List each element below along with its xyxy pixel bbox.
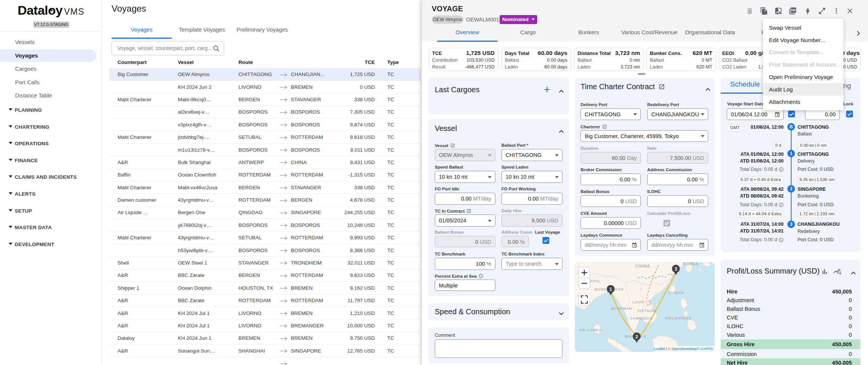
svg-text:SRI LANKA: SRI LANKA — [579, 328, 602, 332]
svg-text:KOREA: KOREA — [683, 262, 698, 266]
svg-text:TAIWAN: TAIWAN — [668, 290, 684, 295]
svg-text:3: 3 — [675, 266, 677, 272]
svg-text:1: 1 — [610, 287, 612, 292]
svg-text:Leaflet | © OpenStreetMap© CAR: Leaflet | © OpenStreetMap© CARTO — [654, 347, 713, 351]
svg-text:MYANMAR: MYANMAR — [611, 306, 632, 310]
svg-text:EPAL: EPAL — [590, 279, 601, 283]
svg-text:CHINA: CHINA — [635, 264, 650, 268]
svg-text:CAMBODIA: CAMBODIA — [630, 316, 653, 320]
svg-text:LAOS: LAOS — [633, 300, 644, 304]
svg-text:2: 2 — [636, 334, 638, 339]
svg-text:VIETNAM: VIETNAM — [637, 309, 656, 313]
svg-text:PHILIPPINES: PHILIPPINES — [665, 316, 692, 320]
